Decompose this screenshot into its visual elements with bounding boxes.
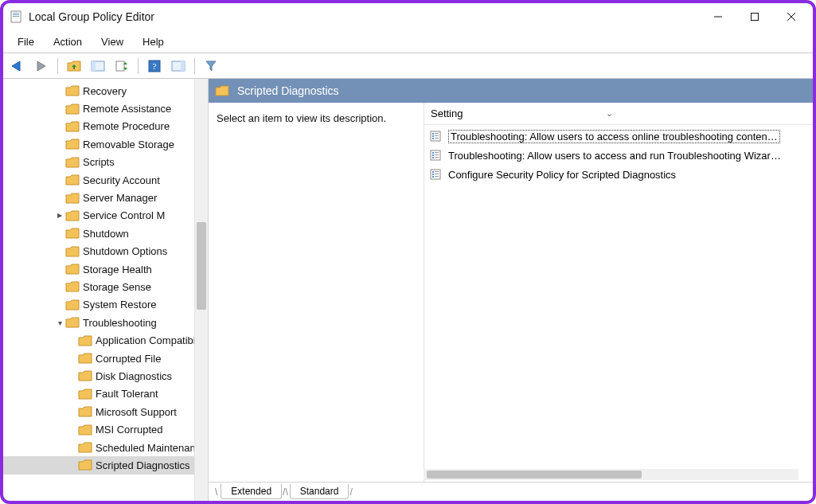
setting-label: Troubleshooting: Allow users to access o…	[448, 130, 780, 143]
minimize-button[interactable]	[700, 4, 736, 29]
scrollbar-thumb[interactable]	[197, 222, 206, 310]
tab-slash: /	[349, 486, 352, 498]
tab-slash: /\	[283, 486, 288, 498]
folder-icon	[78, 441, 92, 454]
tab-slash: \	[215, 486, 217, 498]
folder-icon	[65, 156, 80, 169]
tree-item-label: Fault Tolerant	[96, 388, 158, 400]
folder-icon	[78, 369, 92, 382]
forward-button[interactable]	[30, 57, 53, 76]
tree-item[interactable]: Removable Storage	[3, 135, 208, 153]
tree-item[interactable]: MSI Corrupted	[3, 420, 208, 438]
close-button[interactable]	[773, 4, 810, 29]
tree-item[interactable]: System Restore	[3, 296, 208, 314]
tree[interactable]: RecoveryRemote AssistanceRemote Procedur…	[3, 82, 208, 475]
menu-action[interactable]: Action	[44, 33, 92, 51]
sort-indicator-icon: ⌄	[606, 108, 613, 119]
tree-item-label: Troubleshooting	[83, 317, 157, 329]
tree-item[interactable]: Shutdown	[3, 225, 208, 242]
tree-item[interactable]: Scheduled Maintenance	[3, 439, 208, 456]
folder-icon	[65, 299, 80, 311]
tree-item[interactable]: Fault Tolerant	[3, 385, 208, 403]
tree-item-label: Remote Procedure	[83, 120, 170, 132]
show-hide-action-button[interactable]	[167, 57, 189, 76]
setting-label: Configure Security Policy for Scripted D…	[448, 169, 676, 181]
scrollbar-thumb[interactable]	[427, 471, 642, 479]
tree-scrollbar[interactable]	[194, 79, 208, 501]
settings-column: Setting ⌄ Troubleshooting: Allow users t…	[424, 103, 813, 482]
help-button[interactable]: ?	[143, 57, 166, 76]
settings-header[interactable]: Setting ⌄	[424, 103, 813, 125]
back-button[interactable]	[6, 57, 29, 76]
tree-item-label: Removable Storage	[83, 139, 174, 150]
tree-item[interactable]: Scripts	[3, 154, 208, 171]
show-hide-tree-button[interactable]	[87, 57, 109, 76]
maximize-button[interactable]	[736, 4, 773, 29]
tree-item[interactable]: Disk Diagnostics	[3, 367, 208, 385]
menu-view[interactable]: View	[92, 33, 133, 51]
folder-icon	[78, 388, 92, 400]
svg-rect-33	[435, 174, 439, 174]
detail-pane: Scripted Diagnostics Select an item to v…	[209, 79, 813, 501]
tab-standard[interactable]: Standard	[290, 484, 349, 499]
detail-body: Select an item to view its description. …	[209, 103, 813, 482]
menu-help[interactable]: Help	[133, 33, 174, 51]
folder-icon	[78, 352, 92, 365]
tree-item-label: Shutdown Options	[83, 245, 167, 257]
title-bar: Local Group Policy Editor	[3, 3, 813, 31]
tree-item[interactable]: ▾Troubleshooting	[3, 314, 208, 331]
tab-extended[interactable]: Extended	[221, 483, 282, 499]
description-text: Select an item to view its description.	[217, 112, 386, 124]
folder-icon	[65, 245, 80, 258]
svg-rect-9	[92, 61, 96, 71]
svg-rect-30	[432, 171, 434, 173]
setting-row[interactable]: Troubleshooting: Allow users to access a…	[424, 146, 813, 165]
tree-item-label: Disk Diagnostics	[96, 370, 172, 382]
filter-button[interactable]	[200, 57, 222, 76]
tree-item[interactable]: Scripted Diagnostics	[3, 456, 208, 474]
tree-item[interactable]: Shutdown Options	[3, 243, 208, 260]
setting-row[interactable]: Troubleshooting: Allow users to access o…	[424, 127, 813, 146]
folder-icon	[65, 192, 80, 205]
tree-item[interactable]: Remote Procedure	[3, 118, 208, 135]
tree-item-label: Service Control M	[83, 209, 165, 221]
tree-item[interactable]: Storage Health	[3, 260, 208, 278]
tree-item[interactable]: Server Manager	[3, 189, 208, 206]
policy-icon	[429, 168, 443, 181]
tree-item[interactable]: Microsoft Support	[3, 403, 208, 420]
folder-icon	[65, 84, 80, 97]
tree-item[interactable]: Security Account	[3, 171, 208, 189]
window-title: Local Group Policy Editor	[29, 10, 154, 23]
svg-rect-34	[432, 176, 434, 178]
up-folder-button[interactable]	[63, 57, 85, 76]
tree-item-label: Security Account	[83, 174, 160, 186]
setting-row[interactable]: Configure Security Policy for Scripted D…	[424, 165, 813, 184]
bottom-tabs: \ Extended /\ Standard /	[209, 482, 813, 501]
svg-rect-18	[432, 135, 434, 137]
settings-list: Troubleshooting: Allow users to access o…	[424, 125, 813, 186]
expander-icon[interactable]: ▶	[54, 212, 65, 219]
app-icon	[10, 10, 24, 24]
tree-item[interactable]: Recovery	[3, 82, 208, 100]
expander-icon[interactable]: ▾	[54, 318, 65, 327]
tree-item[interactable]: ▶Service Control M	[3, 207, 208, 225]
svg-rect-24	[435, 152, 439, 153]
menu-file[interactable]: File	[8, 33, 44, 51]
tree-item[interactable]: Storage Sense	[3, 278, 208, 295]
folder-icon	[65, 209, 80, 222]
tree-item[interactable]: Application Compatibility	[3, 331, 208, 349]
svg-rect-19	[435, 135, 439, 136]
svg-rect-16	[432, 133, 434, 135]
svg-rect-5	[752, 14, 759, 21]
tree-item-label: Corrupted File	[96, 353, 161, 365]
horizontal-scrollbar[interactable]	[424, 469, 798, 480]
tree-item[interactable]: Corrupted File	[3, 350, 208, 367]
tree-item[interactable]: Remote Assistance	[3, 100, 208, 117]
folder-icon	[65, 280, 80, 293]
folder-icon	[65, 227, 80, 240]
svg-rect-25	[432, 154, 434, 156]
export-list-button[interactable]	[111, 57, 133, 76]
toolbar: ?	[3, 53, 813, 79]
folder-icon	[65, 316, 80, 329]
separator	[138, 58, 139, 74]
